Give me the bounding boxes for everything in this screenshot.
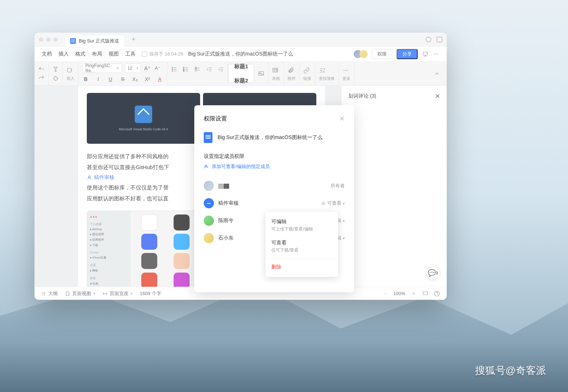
modal-title: 权限设置 [204,115,227,123]
modal-doc-title: Big Sur正式版推送，你的macOS图标统一了么 [218,134,322,141]
avatar [204,216,214,226]
svg-point-17 [205,165,207,167]
avatar [204,233,214,243]
app-window: Big Sur 正式版推送 + 文档 插入 格式 布局 视图 工具 保存于 16… [35,33,447,300]
dropdown-item-view[interactable]: 可查看 仅可下载/查看 [265,236,338,257]
member-row: ••• 稿件审核 可查看 ▾ [204,195,345,212]
member-row: 所有者 [204,177,345,195]
modal-section-label: 设置指定成员权限 [204,153,345,160]
permission-dropdown: 可编辑 可上传下载/查看/编辑 可查看 仅可下载/查看 删除 [265,212,338,277]
svg-point-18 [323,203,324,204]
member-name: 稿件审核 [218,200,317,207]
dropdown-item-edit[interactable]: 可编辑 可上传下载/查看/编辑 [265,215,338,236]
add-member-link[interactable]: 添加可查看/编辑的指定成员 [204,163,345,170]
member-name [218,183,326,189]
avatar [204,181,214,191]
dropdown-item-delete[interactable]: 删除 [265,260,338,274]
watermark: 搜狐号@奇客派 [475,364,546,377]
avatar: ••• [204,198,214,208]
doc-icon [204,132,212,143]
member-role-select[interactable]: 可查看 ▾ [321,200,345,207]
member-role: 所有者 [330,183,345,189]
close-icon[interactable]: ✕ [339,115,345,123]
